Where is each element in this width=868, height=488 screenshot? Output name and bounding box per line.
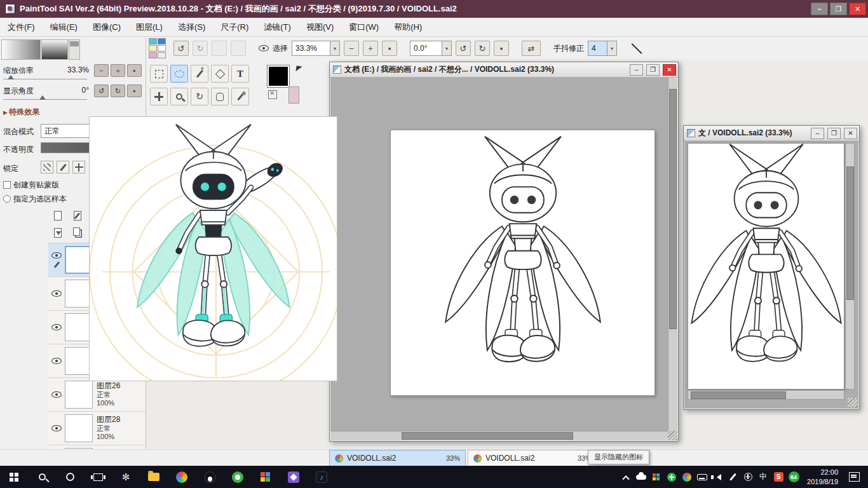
magic-wand-tool[interactable] [191,65,208,83]
taskbar-app-music-app[interactable] [308,466,336,488]
layer-visibility-cell[interactable] [48,324,65,330]
selection-sample-row[interactable]: 指定为选区样本 [3,194,67,205]
tray-keyboard[interactable] [695,466,710,488]
taskbar-app-qq[interactable] [196,466,224,488]
zoom-reset-button[interactable]: ▪ [382,41,397,56]
layer-row[interactable]: 图层28正常100% [48,412,146,445]
tray-green-plus[interactable] [664,466,679,488]
side-vertical-scrollbar[interactable] [845,143,855,390]
layer-thumbnail[interactable] [65,414,93,442]
flip-horizontal-button[interactable]: ⇄ [522,41,541,56]
undo-button[interactable]: ↺ [173,41,189,56]
taskbar-app-file-explorer[interactable] [140,466,168,488]
zoom-slider-handle[interactable] [8,75,14,79]
selection-sample-radio[interactable] [3,195,11,203]
taskbar-clock[interactable]: 22:00 2019/8/19 [801,468,844,486]
lock-move-button[interactable] [72,161,85,173]
menu-item-视图V[interactable]: 视图(V) [299,18,341,36]
stabilizer-dropdown-arrow-icon[interactable]: ▼ [607,41,616,55]
tray-level-badge[interactable]: 64 [786,466,801,488]
side-doc-minimize-button[interactable]: – [811,128,824,139]
layer-visibility-cell[interactable] [48,358,65,364]
color-swatch-5[interactable] [158,52,166,58]
main-horizontal-scrollbar[interactable] [330,431,668,440]
layer-visible-eye-icon[interactable] [51,425,62,431]
doc-maximize-button[interactable]: ❐ [646,64,660,76]
rotate-cw-button[interactable]: ↻ [475,41,490,56]
layer-visible-eye-icon[interactable] [51,358,62,364]
angle-slider-handle[interactable] [39,95,46,100]
layer-visibility-cell[interactable] [48,391,65,398]
start-button[interactable] [0,466,28,488]
angle-dropdown-arrow-icon[interactable]: ▼ [442,41,451,55]
side-doc-close-button[interactable]: ✕ [844,128,857,139]
main-resize-grip[interactable] [668,431,677,440]
taskbar-app-purple-app[interactable] [280,466,308,488]
tray-cloud[interactable] [634,466,649,488]
lock-pen-button[interactable] [57,161,69,173]
transparent-color-icon[interactable] [268,90,277,99]
hand-tool[interactable] [211,88,229,105]
layer-visibility-cell[interactable] [48,290,65,297]
layer-visible-eye-icon[interactable] [51,290,62,297]
main-vertical-scrollbar[interactable] [668,78,677,431]
clipping-mask-row[interactable]: 创建剪贴蒙版 [3,180,59,191]
special-effects-header[interactable]: 特殊效果 [3,107,39,118]
layer-row[interactable]: 图层26正常100% [48,378,146,412]
primary-color-swatch[interactable] [267,65,290,88]
side-canvas-page[interactable] [688,143,844,390]
rotate-ccw-button[interactable]: ↺ [456,41,471,56]
document-tab-2[interactable]: VOIDOLL.sai233% [468,450,597,466]
menu-item-滤镜T[interactable]: 滤镜(T) [256,18,299,36]
menu-item-尺子R[interactable]: 尺子(R) [213,18,256,36]
tray-color-ball[interactable] [679,466,695,488]
side-vscroll-thumb[interactable] [846,166,854,300]
side-canvas-area[interactable] [684,141,858,409]
canvas-zoom-in-button[interactable]: ＋ [111,64,125,77]
menu-item-窗口W[interactable]: 窗口(W) [341,18,386,36]
copy-layer-button[interactable] [71,226,85,240]
color-swatch-0[interactable] [149,38,157,44]
clipping-checkbox[interactable] [3,181,11,189]
tray-color-grid[interactable] [649,466,664,488]
side-horizontal-scrollbar[interactable] [688,390,844,400]
main-doc-title-bar[interactable]: 文档 (E:) / 我画的画 / sai2 / 不想分... / VOIDOLL… [330,62,678,78]
transfer-down-button[interactable] [51,226,65,240]
layer-thumbnail[interactable] [65,381,93,409]
menu-item-图像C[interactable]: 图像(C) [85,18,128,36]
color-swatch-1[interactable] [158,38,166,44]
scratch-swatches[interactable] [149,38,166,58]
doc-close-button[interactable]: ✕ [663,64,676,76]
taskbar-search-button[interactable] [28,466,56,488]
color-slider[interactable] [69,39,80,60]
marquee-tool[interactable] [150,65,168,83]
taskbar-app-sai[interactable] [168,466,196,488]
taskbar-app-pinwheel[interactable]: ✻ [112,466,140,488]
layer-visible-eye-icon[interactable] [51,324,62,330]
color-reference-view[interactable] [89,116,337,381]
selection-visibility-eye-icon[interactable] [259,45,269,51]
tray-ime[interactable]: 中 [756,466,771,488]
lock-transparency-button[interactable] [41,161,53,173]
menu-item-图层L[interactable]: 图层(L) [128,18,170,36]
side-resize-grip[interactable] [848,398,857,407]
side-hscroll-thumb[interactable] [691,391,786,399]
document-tab-1[interactable]: VOIDOLL.sai233% [329,450,466,466]
menu-item-文件F[interactable]: 文件(F) [0,18,43,36]
move-tool[interactable] [150,88,168,105]
canvas-rotate-cw-button[interactable]: ↻ [111,85,125,97]
action-center-icon[interactable] [849,472,860,482]
rotate-tool[interactable]: ↻ [191,88,208,105]
layer-visible-eye-icon[interactable] [51,391,62,398]
main-canvas-page[interactable] [390,130,655,396]
canvas-zoom-reset-button[interactable]: ▪ [127,64,142,77]
zoom-slider-track[interactable] [3,79,87,79]
layer-visibility-cell[interactable] [48,425,65,431]
zoom-in-button[interactable]: ＋ [363,41,378,56]
zoom-out-button[interactable]: − [344,41,359,56]
canvas-zoom-out-button[interactable]: − [94,64,109,77]
main-canvas-area[interactable] [330,78,677,440]
doc-minimize-button[interactable]: – [630,64,643,76]
minimize-button[interactable]: – [811,3,828,15]
color-gradient-bar[interactable] [1,39,41,60]
